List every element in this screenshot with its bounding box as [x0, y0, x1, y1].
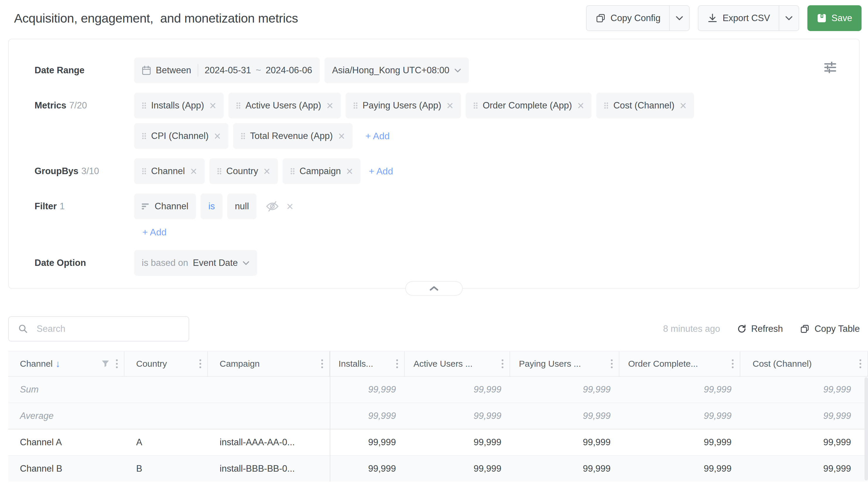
drag-handle-icon[interactable]: [236, 102, 241, 109]
metric-pill[interactable]: Installs (App)×: [134, 93, 224, 118]
column-menu-kebab-icon[interactable]: [859, 359, 862, 369]
timezone-select[interactable]: Asia/Hong_Kong UTC+08:00: [324, 57, 469, 83]
remove-filter-icon[interactable]: ×: [286, 200, 293, 213]
sort-desc-icon[interactable]: ↓: [56, 359, 60, 369]
filter-lines-icon: [142, 203, 150, 209]
summary-value: 99,999: [330, 384, 405, 395]
column-label: Channel: [20, 359, 53, 369]
remove-groupby-icon[interactable]: ×: [190, 165, 197, 177]
column-header-order-complete[interactable]: Order Complete...: [619, 351, 740, 376]
save-button[interactable]: Save: [807, 5, 862, 31]
filter-operator-pill[interactable]: is: [200, 194, 222, 219]
drag-handle-icon[interactable]: [217, 167, 222, 175]
summary-value: 99,999: [330, 411, 405, 421]
export-csv-dropdown-button[interactable]: [779, 6, 799, 30]
metric-pill[interactable]: Order Complete (App)×: [466, 93, 592, 118]
filter-field-label: Channel: [155, 201, 188, 212]
drag-handle-icon[interactable]: [473, 102, 478, 109]
config-settings-sliders-icon[interactable]: [824, 62, 836, 73]
metric-pill[interactable]: Total Revenue (App)×: [233, 123, 352, 149]
summary-label: Sum: [8, 384, 124, 395]
table-toolbar: 8 minutes ago Refresh Copy Table: [8, 316, 860, 342]
drag-handle-icon[interactable]: [142, 102, 147, 109]
remove-metric-icon[interactable]: ×: [214, 130, 220, 142]
refresh-button[interactable]: Refresh: [737, 324, 783, 334]
date-range-row: Date Range Between 2024-05-31 ~ 2024-06-…: [35, 57, 849, 83]
column-header-cost[interactable]: Cost (Channel): [740, 351, 868, 376]
table-header-row: Channel ↓ Country Campaign Installs...: [8, 351, 868, 377]
drag-handle-icon[interactable]: [142, 167, 147, 175]
remove-metric-icon[interactable]: ×: [327, 100, 333, 111]
drag-handle-icon[interactable]: [290, 167, 295, 175]
drag-handle-icon[interactable]: [353, 102, 358, 109]
column-header-paying-users[interactable]: Paying Users ...: [510, 351, 619, 376]
column-menu-kebab-icon[interactable]: [396, 359, 398, 369]
column-header-country[interactable]: Country: [124, 351, 208, 376]
date-range-picker[interactable]: Between 2024-05-31 ~ 2024-06-06: [134, 57, 320, 83]
cell-campaign: install-BBB-BB-0...: [208, 463, 330, 474]
cell-value: 99,999: [619, 437, 740, 448]
metrics-label: Metrics: [35, 100, 66, 111]
remove-groupby-icon[interactable]: ×: [346, 165, 353, 177]
chevron-down-icon: [454, 68, 461, 73]
remove-metric-icon[interactable]: ×: [680, 100, 686, 111]
column-menu-kebab-icon[interactable]: [732, 359, 734, 369]
export-csv-button[interactable]: Export CSV: [699, 6, 779, 30]
column-menu-kebab-icon[interactable]: [199, 359, 202, 369]
column-menu-kebab-icon[interactable]: [321, 359, 323, 369]
metric-pill[interactable]: Cost (Channel)×: [596, 93, 694, 118]
table-row[interactable]: Channel B B install-BBB-BB-0... 99,999 9…: [8, 456, 868, 482]
cell-value: 99,999: [510, 463, 619, 474]
collapse-config-button[interactable]: [405, 281, 463, 296]
remove-metric-icon[interactable]: ×: [577, 100, 584, 111]
column-label: Campaign: [220, 359, 260, 369]
column-menu-kebab-icon[interactable]: [501, 359, 504, 369]
metric-pill[interactable]: CPI (Channel)×: [134, 123, 228, 149]
groupby-pill[interactable]: Channel×: [134, 158, 205, 184]
cell-value: 99,999: [740, 437, 868, 448]
copy-config-label: Copy Config: [611, 13, 661, 24]
column-header-active-users[interactable]: Active Users ...: [405, 351, 510, 376]
groupby-pill[interactable]: Campaign×: [283, 158, 361, 184]
date-option-prefix: is based on: [142, 258, 188, 268]
column-header-campaign[interactable]: Campaign: [208, 351, 330, 376]
vertical-scrollbar[interactable]: [865, 377, 868, 480]
copy-table-button[interactable]: Copy Table: [800, 324, 860, 334]
cell-channel: Channel A: [8, 437, 124, 448]
add-filter-button[interactable]: + Add: [142, 227, 167, 238]
filter-value-pill[interactable]: null: [227, 194, 256, 219]
metric-pill[interactable]: Paying Users (App)×: [346, 93, 461, 118]
column-header-channel[interactable]: Channel ↓: [8, 351, 124, 376]
cell-value: 99,999: [330, 437, 405, 448]
metric-pill[interactable]: Active Users (App)×: [228, 93, 341, 118]
remove-metric-icon[interactable]: ×: [209, 100, 216, 111]
remove-groupby-icon[interactable]: ×: [263, 165, 270, 177]
column-menu-kebab-icon[interactable]: [116, 359, 118, 369]
add-metric-button[interactable]: + Add: [366, 131, 390, 142]
filter-field-pill[interactable]: Channel: [134, 194, 196, 219]
filter-operator-label: is: [208, 201, 215, 212]
date-option-row: Date Option is based on Event Date: [35, 250, 849, 276]
search-icon: [18, 324, 28, 334]
search-input[interactable]: [8, 316, 189, 342]
chevron-down-icon: [785, 16, 793, 21]
drag-handle-icon[interactable]: [241, 132, 245, 140]
copy-config-dropdown-button[interactable]: [669, 6, 689, 30]
add-groupby-button[interactable]: + Add: [369, 166, 393, 177]
column-header-installs[interactable]: Installs...: [330, 351, 405, 376]
eye-off-icon[interactable]: [266, 200, 279, 212]
groupby-pill[interactable]: Country×: [209, 158, 278, 184]
remove-metric-icon[interactable]: ×: [338, 130, 345, 142]
drag-handle-icon[interactable]: [142, 132, 147, 140]
remove-metric-icon[interactable]: ×: [446, 100, 453, 111]
column-menu-kebab-icon[interactable]: [611, 359, 613, 369]
filter-funnel-icon[interactable]: [102, 360, 109, 367]
metrics-count: 7/20: [69, 100, 87, 111]
summary-value: 99,999: [619, 384, 740, 395]
table-summary-row-sum: Sum 99,999 99,999 99,999 99,999 99,999: [8, 377, 868, 403]
timezone-value: Asia/Hong_Kong UTC+08:00: [332, 65, 450, 76]
date-option-select[interactable]: is based on Event Date: [134, 250, 257, 276]
table-row[interactable]: Channel A A install-AAA-AA-0... 99,999 9…: [8, 429, 868, 456]
drag-handle-icon[interactable]: [604, 102, 609, 109]
copy-config-button[interactable]: Copy Config: [587, 6, 670, 30]
